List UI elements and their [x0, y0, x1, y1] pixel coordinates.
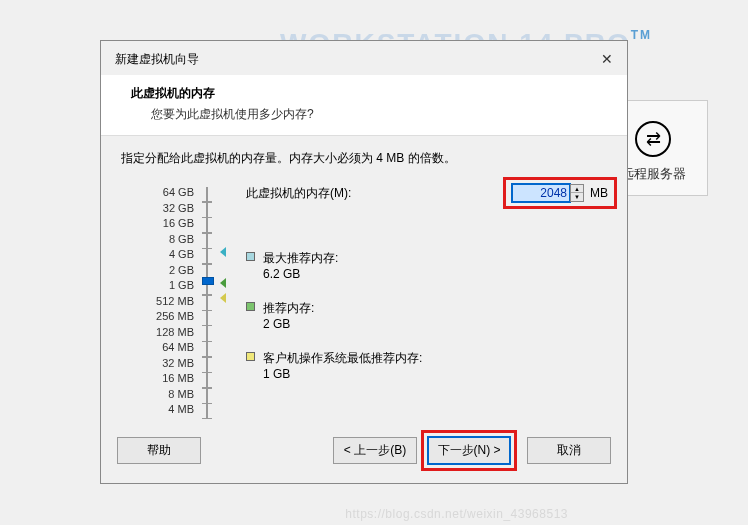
green-square-icon	[246, 302, 255, 311]
recommendation-recommended: 推荐内存: 2 GB	[246, 300, 607, 332]
memory-spinner[interactable]: ▲ ▼	[570, 184, 584, 202]
back-button[interactable]: < 上一步(B)	[333, 437, 417, 464]
button-bar: 帮助 < 上一步(B) 下一步(N) > 取消	[117, 430, 611, 471]
memory-slider[interactable]: 64 GB 32 GB 16 GB 8 GB 4 GB 2 GB 1 GB 51…	[121, 185, 216, 420]
help-button[interactable]: 帮助	[117, 437, 201, 464]
spinner-down-icon[interactable]: ▼	[571, 193, 583, 201]
slider-thumb[interactable]	[202, 277, 214, 285]
new-vm-wizard-dialog: 新建虚拟机向导 ✕ 此虚拟机的内存 您要为此虚拟机使用多少内存? 指定分配给此虚…	[100, 40, 628, 484]
recommendation-min: 客户机操作系统最低推荐内存: 1 GB	[246, 350, 607, 382]
header-title: 此虚拟机的内存	[131, 85, 607, 102]
dialog-title: 新建虚拟机向导	[115, 51, 199, 68]
header-subtitle: 您要为此虚拟机使用多少内存?	[151, 106, 607, 123]
remote-link-icon: ⇄	[635, 121, 671, 157]
dialog-header: 此虚拟机的内存 您要为此虚拟机使用多少内存?	[101, 75, 627, 136]
cyan-square-icon	[246, 252, 255, 261]
next-button-highlight: 下一步(N) >	[421, 430, 517, 471]
titlebar: 新建虚拟机向导 ✕	[101, 41, 627, 75]
close-button[interactable]: ✕	[597, 49, 617, 69]
slider-scale-labels: 64 GB 32 GB 16 GB 8 GB 4 GB 2 GB 1 GB 51…	[156, 185, 194, 418]
yellow-square-icon	[246, 352, 255, 361]
instruction-text: 指定分配给此虚拟机的内存量。内存大小必须为 4 MB 的倍数。	[121, 150, 607, 167]
dialog-body: 指定分配给此虚拟机的内存量。内存大小必须为 4 MB 的倍数。 64 GB 32…	[101, 136, 627, 428]
watermark-text: https://blog.csdn.net/weixin_43968513	[345, 507, 568, 521]
slider-track	[206, 187, 208, 419]
memory-info-column: 此虚拟机的内存(M): ▲ ▼ MB 最大	[216, 185, 607, 420]
recommendations-block: 最大推荐内存: 6.2 GB 推荐内存: 2 GB	[246, 250, 607, 382]
memory-input-highlight: ▲ ▼ MB	[503, 177, 617, 209]
memory-unit: MB	[590, 186, 608, 200]
recommendation-max: 最大推荐内存: 6.2 GB	[246, 250, 607, 282]
memory-config-area: 64 GB 32 GB 16 GB 8 GB 4 GB 2 GB 1 GB 51…	[121, 185, 607, 420]
cancel-button[interactable]: 取消	[527, 437, 611, 464]
memory-input[interactable]	[512, 184, 570, 202]
memory-input-label: 此虚拟机的内存(M):	[246, 185, 351, 202]
next-button[interactable]: 下一步(N) >	[427, 436, 511, 465]
spinner-up-icon[interactable]: ▲	[571, 185, 583, 193]
